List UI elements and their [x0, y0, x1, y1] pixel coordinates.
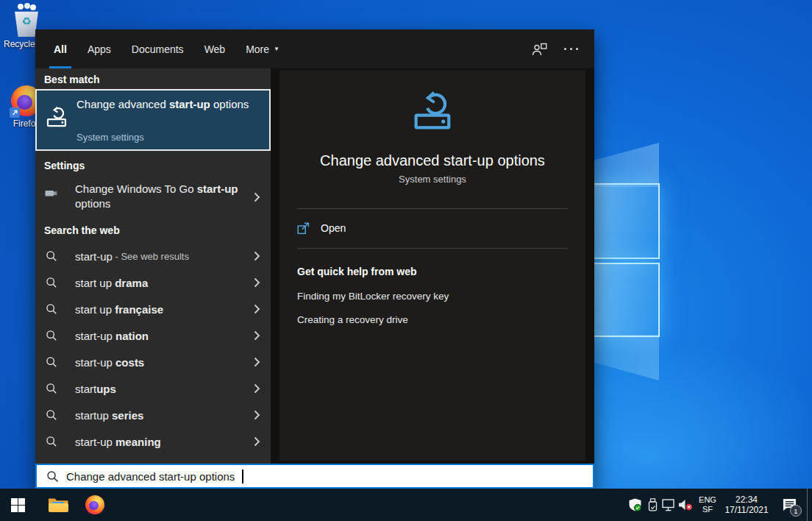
- recovery-icon-large: [279, 91, 585, 135]
- chevron-right-icon[interactable]: [254, 251, 260, 264]
- start-button[interactable]: [0, 489, 35, 521]
- help-link[interactable]: Finding my BitLocker recovery key: [297, 291, 449, 302]
- chevron-right-icon[interactable]: [254, 357, 260, 370]
- result-title: Change Windows To Go start-up options: [75, 182, 252, 211]
- search-input[interactable]: Change advanced start-up options: [35, 464, 594, 489]
- tab-more[interactable]: More ▼: [246, 29, 279, 68]
- search-icon: [46, 277, 57, 291]
- chevron-right-icon[interactable]: [254, 410, 260, 423]
- chevron-right-icon[interactable]: [254, 330, 260, 344]
- tab-web[interactable]: Web: [204, 29, 226, 68]
- web-suggestion-row[interactable]: start-up - See web results: [35, 243, 271, 269]
- search-icon: [46, 330, 57, 344]
- language-indicator[interactable]: ENG SF: [696, 489, 719, 521]
- chevron-down-icon: ▼: [274, 46, 279, 52]
- recycle-symbol: ♻: [13, 15, 40, 28]
- search-filter-bar: All Apps Documents Web More ▼: [35, 29, 594, 68]
- search-icon: [46, 436, 57, 450]
- section-header-search-web: Search the web: [44, 224, 120, 236]
- preview-title: Change advanced start-up options: [279, 152, 585, 169]
- tab-documents[interactable]: Documents: [132, 29, 184, 68]
- search-query-text: Change advanced start-up options: [66, 470, 235, 483]
- action-center-button[interactable]: 1: [775, 489, 803, 521]
- web-suggestion-row[interactable]: startups: [35, 375, 271, 402]
- notification-count-badge: 1: [790, 505, 802, 517]
- clock[interactable]: 22:34 17/11/2021: [722, 489, 771, 521]
- preview-panel: Change advanced start-up options System …: [279, 70, 585, 461]
- show-desktop-button[interactable]: [807, 489, 812, 521]
- search-icon: [46, 383, 57, 397]
- tab-all[interactable]: All: [54, 29, 67, 68]
- search-icon: [46, 303, 57, 318]
- time: 22:34: [736, 495, 758, 505]
- web-suggestion-row[interactable]: start up française: [35, 296, 271, 322]
- taskbar: ENG SF 22:34 17/11/2021 1: [0, 489, 812, 521]
- chevron-right-icon[interactable]: [254, 383, 260, 397]
- recovery-icon: [46, 106, 68, 131]
- firefox-taskbar-button[interactable]: [78, 489, 112, 521]
- volume-muted-tray-icon[interactable]: [677, 489, 694, 521]
- help-section-header: Get quick help from web: [297, 266, 417, 277]
- usb-drive-icon: [45, 188, 58, 201]
- web-suggestion-row[interactable]: start-up costs: [35, 349, 271, 375]
- web-suggestion-row[interactable]: startup series: [35, 402, 271, 428]
- search-icon: [46, 356, 57, 371]
- open-action[interactable]: Open: [297, 218, 346, 238]
- web-suggestion-row[interactable]: start-up meaning: [35, 428, 271, 455]
- keyboard-layout: SF: [702, 505, 713, 514]
- folder-icon: [49, 497, 68, 512]
- section-header-settings: Settings: [44, 160, 85, 171]
- file-explorer-button[interactable]: [41, 489, 75, 521]
- chevron-right-icon[interactable]: [254, 277, 260, 291]
- tab-apps[interactable]: Apps: [88, 29, 111, 68]
- search-results-area: Best match Change advanced start-up opti…: [35, 68, 594, 464]
- date: 17/11/2021: [724, 505, 768, 515]
- search-icon: [46, 409, 57, 424]
- search-icon: [46, 470, 59, 483]
- chevron-right-icon[interactable]: [254, 436, 260, 450]
- chevron-right-icon[interactable]: [254, 304, 260, 317]
- open-label: Open: [321, 222, 346, 234]
- shortcut-arrow-icon: [10, 107, 20, 118]
- firefox-icon: [85, 495, 104, 514]
- windows-security-tray-icon[interactable]: [626, 489, 644, 521]
- results-panel: Best match Change advanced start-up opti…: [35, 68, 271, 464]
- divider: [297, 248, 568, 249]
- safely-remove-hardware-tray-icon[interactable]: [644, 489, 660, 521]
- help-link[interactable]: Creating a recovery drive: [297, 314, 408, 325]
- windows-logo-icon: [11, 498, 25, 512]
- text-cursor: [242, 469, 243, 483]
- network-tray-icon[interactable]: [660, 489, 677, 521]
- preview-subtitle: System settings: [279, 174, 585, 185]
- result-best-match[interactable]: Change advanced start-up options System …: [35, 89, 271, 151]
- divider: [297, 208, 568, 209]
- section-header-best-match: Best match: [44, 74, 99, 85]
- ellipsis-menu-icon[interactable]: [564, 48, 578, 50]
- open-external-icon: [297, 222, 310, 235]
- chevron-right-icon: [254, 192, 260, 205]
- web-suggestion-row[interactable]: start-up nation: [35, 322, 271, 349]
- result-subtitle: System settings: [76, 132, 144, 143]
- result-settings-item[interactable]: Change Windows To Go start-up options: [35, 177, 271, 219]
- web-suggestion-row[interactable]: start up drama: [35, 269, 271, 296]
- web-suggestions-list: start-up - See web results start up dram…: [35, 243, 271, 455]
- result-title: Change advanced start-up options: [76, 96, 252, 112]
- language-code: ENG: [699, 495, 716, 505]
- user-feedback-icon[interactable]: [532, 42, 548, 56]
- search-icon: [46, 250, 57, 265]
- search-flyout-window: All Apps Documents Web More ▼ Best match: [35, 29, 594, 489]
- desktop: ♻ Recycle Bin Firefox All Apps Documents…: [0, 0, 812, 521]
